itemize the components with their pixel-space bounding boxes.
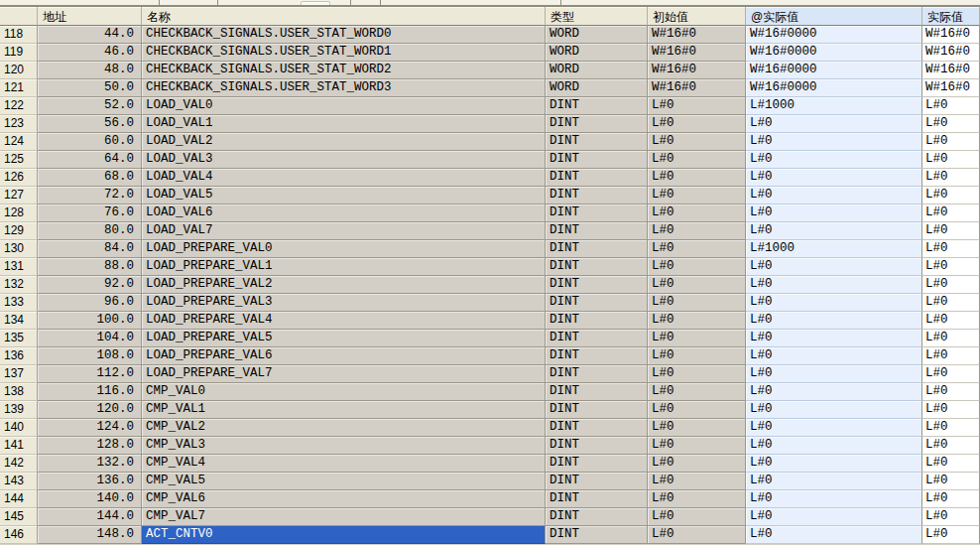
type-cell[interactable]: DINT [546,115,648,133]
name-cell[interactable]: CMP_VAL5 [142,473,546,490]
column-header-address[interactable]: 地址 [38,7,142,26]
address-cell[interactable]: 50.0 [38,79,142,97]
initial-value-cell[interactable]: L#0 [648,151,746,169]
actual-value-cell[interactable]: L#0 [922,115,980,133]
name-cell[interactable]: CMP_VAL4 [142,455,546,473]
name-cell[interactable]: CHECKBACK_SIGNALS.USER_STAT_WORD3 [142,79,546,97]
type-cell[interactable]: DINT [546,365,648,383]
name-cell[interactable]: CHECKBACK_SIGNALS.USER_STAT_WORD1 [142,44,546,62]
address-cell[interactable]: 88.0 [38,258,142,276]
type-cell[interactable]: DINT [546,133,648,151]
actual-value-cell[interactable]: L#0 [922,526,980,544]
type-cell[interactable]: WORD [546,26,648,44]
address-cell[interactable]: 56.0 [38,115,142,133]
row-number-cell[interactable]: 125 [0,151,38,169]
row-number-cell[interactable]: 127 [0,187,38,204]
type-cell[interactable]: DINT [546,151,648,169]
actual-value-cell[interactable]: L#0 [922,169,980,187]
monitor-value-cell[interactable]: W#16#0000 [746,26,922,44]
monitor-value-cell[interactable]: W#16#0000 [746,79,922,97]
monitor-value-cell[interactable]: L#0 [746,526,922,544]
address-cell[interactable]: 120.0 [38,401,142,419]
row-number-cell[interactable]: 124 [0,133,38,151]
name-cell[interactable]: LOAD_PREPARE_VAL4 [142,312,546,330]
row-number-cell[interactable]: 121 [0,79,38,97]
row-number-cell[interactable]: 132 [0,276,38,294]
actual-value-cell[interactable]: L#0 [922,204,980,222]
row-number-cell[interactable]: 119 [0,44,38,62]
monitor-value-cell[interactable]: L#0 [746,473,922,490]
initial-value-cell[interactable]: L#0 [648,437,746,455]
row-number-cell[interactable]: 130 [0,240,38,258]
initial-value-cell[interactable]: L#0 [648,294,746,312]
initial-value-cell[interactable]: W#16#0 [648,26,746,44]
type-cell[interactable]: WORD [546,79,648,97]
type-cell[interactable]: DINT [546,419,648,437]
name-cell[interactable]: LOAD_VAL7 [142,222,546,240]
address-cell[interactable]: 104.0 [38,330,142,347]
actual-value-cell[interactable]: W#16#0 [922,62,980,79]
monitor-value-cell[interactable]: L#0 [746,133,922,151]
initial-value-cell[interactable]: L#0 [648,276,746,294]
monitor-value-cell[interactable]: L#0 [746,401,922,419]
column-header-actual-value[interactable]: 实际值 [922,7,980,26]
initial-value-cell[interactable]: L#0 [648,222,746,240]
monitor-value-cell[interactable]: L#0 [746,169,922,187]
initial-value-cell[interactable]: W#16#0 [648,79,746,97]
address-cell[interactable]: 144.0 [38,508,142,526]
type-cell[interactable]: WORD [546,44,648,62]
address-cell[interactable]: 140.0 [38,490,142,508]
name-cell[interactable]: CMP_VAL7 [142,508,546,526]
type-cell[interactable]: DINT [546,222,648,240]
actual-value-cell[interactable]: L#0 [922,258,980,276]
address-cell[interactable]: 72.0 [38,187,142,204]
row-number-cell[interactable]: 144 [0,490,38,508]
address-cell[interactable]: 128.0 [38,437,142,455]
initial-value-cell[interactable]: L#0 [648,473,746,490]
name-cell[interactable]: LOAD_VAL1 [142,115,546,133]
monitor-value-cell[interactable]: L#0 [746,330,922,347]
initial-value-cell[interactable]: L#0 [648,401,746,419]
name-cell[interactable]: LOAD_PREPARE_VAL5 [142,330,546,347]
name-cell[interactable]: LOAD_PREPARE_VAL0 [142,240,546,258]
address-cell[interactable]: 76.0 [38,204,142,222]
column-header-type[interactable]: 类型 [546,7,648,26]
type-cell[interactable]: DINT [546,401,648,419]
actual-value-cell[interactable]: L#0 [922,276,980,294]
name-cell[interactable]: CHECKBACK_SIGNALS.USER_STAT_WORD2 [142,62,546,79]
row-number-cell[interactable]: 146 [0,526,38,544]
initial-value-cell[interactable]: L#0 [648,455,746,473]
address-cell[interactable]: 124.0 [38,419,142,437]
type-cell[interactable]: DINT [546,347,648,365]
actual-value-cell[interactable]: L#0 [922,508,980,526]
type-cell[interactable]: DINT [546,383,648,401]
actual-value-cell[interactable]: W#16#0 [922,26,980,44]
address-cell[interactable]: 48.0 [38,62,142,79]
row-number-cell[interactable]: 145 [0,508,38,526]
monitor-value-cell[interactable]: L#0 [746,276,922,294]
name-cell[interactable]: LOAD_VAL4 [142,169,546,187]
name-cell[interactable]: CMP_VAL0 [142,383,546,401]
monitor-value-cell[interactable]: L#0 [746,312,922,330]
actual-value-cell[interactable]: L#0 [922,490,980,508]
initial-value-cell[interactable]: L#0 [648,133,746,151]
address-cell[interactable]: 44.0 [38,26,142,44]
actual-value-cell[interactable]: L#0 [922,473,980,490]
address-cell[interactable]: 108.0 [38,347,142,365]
name-cell[interactable]: LOAD_PREPARE_VAL2 [142,276,546,294]
actual-value-cell[interactable]: L#0 [922,222,980,240]
name-cell[interactable]: LOAD_VAL3 [142,151,546,169]
initial-value-cell[interactable]: W#16#0 [648,62,746,79]
initial-value-cell[interactable]: L#0 [648,312,746,330]
initial-value-cell[interactable]: L#0 [648,347,746,365]
type-cell[interactable]: DINT [546,526,648,544]
row-number-cell[interactable]: 143 [0,473,38,490]
row-number-cell[interactable]: 128 [0,204,38,222]
row-number-cell[interactable]: 139 [0,401,38,419]
monitor-value-cell[interactable]: L#0 [746,490,922,508]
address-cell[interactable]: 64.0 [38,151,142,169]
address-cell[interactable]: 68.0 [38,169,142,187]
initial-value-cell[interactable]: L#0 [648,204,746,222]
name-cell[interactable]: ACT_CNTV0 [142,526,546,544]
row-number-cell[interactable]: 137 [0,365,38,383]
